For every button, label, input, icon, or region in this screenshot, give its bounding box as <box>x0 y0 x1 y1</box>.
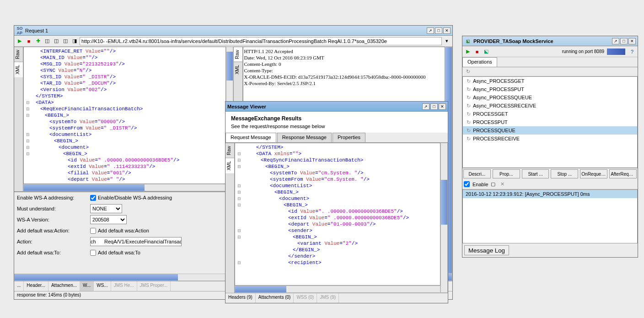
tab-operations[interactable]: Operations <box>462 57 497 67</box>
operation-item[interactable]: ↻PROCESSPUT <box>463 118 637 126</box>
msgviewer-bottom-tab[interactable]: Headers (9) <box>225 293 256 303</box>
operation-item[interactable]: ↻Async_PROCESSQUEUE <box>463 93 637 102</box>
mv-vtab-xml[interactable]: XML <box>225 158 234 173</box>
progress-bar <box>607 49 625 55</box>
mock-action-button[interactable]: Stop ... <box>551 169 578 178</box>
msgviewer-tab[interactable]: Response Message <box>277 133 332 142</box>
tool-button-1[interactable]: ◫ <box>43 37 51 45</box>
close-icon[interactable]: ✕ <box>443 27 451 34</box>
mv-scrollbar-h[interactable] <box>235 286 440 293</box>
close-icon[interactable]: ✕ <box>439 103 446 110</box>
action-label: Action: <box>17 239 90 244</box>
msgviewer-tab[interactable]: Request Message <box>225 133 276 142</box>
clear-log-icon[interactable]: ▢ <box>489 180 497 189</box>
request-toolbar: ▶ ■ ✚ ◫ ◫ ◫ ◨ http://K10- -EMUL.r2.vtb24… <box>14 36 452 47</box>
operation-item[interactable]: ↻Async_PROCESSGET <box>463 77 637 85</box>
form-scrollbar[interactable] <box>14 274 233 281</box>
request-titlebar[interactable]: SOAP Request 1 ↗ □ ✕ <box>14 26 452 36</box>
mock-status: running on port 8089 <box>562 49 604 54</box>
request-vtabs: Raw XML <box>14 47 23 191</box>
message-viewer-window: Message Viewer ↗ □ ✕ MessageExchange Res… <box>225 101 448 303</box>
settings-icon[interactable]: ✕ <box>498 180 506 189</box>
must-understand-label: Must understand: <box>17 206 90 211</box>
msgviewer-vtabs: Raw XML <box>225 143 235 293</box>
enable-log-label: Enable <box>472 182 488 187</box>
msgviewer-xml-pane[interactable]: </SYSTEM>⊟<DATA xmlns="">⊟<ReqSyncFinanc… <box>235 143 440 286</box>
bottom-tab[interactable]: JMS Proper... <box>137 281 171 291</box>
bottom-tab[interactable]: JMS He... <box>111 281 137 291</box>
msgviewer-titlebar[interactable]: Message Viewer ↗ □ ✕ <box>225 102 448 112</box>
url-input[interactable]: http://K10- -EMUL.r2.vtb24.ru:8001/soa-i… <box>80 37 442 45</box>
bottom-tab[interactable]: WS... <box>94 281 111 291</box>
log-list: 2016-10-12 12:23:19.912: [Async_PROCESSP… <box>462 189 638 243</box>
mock-action-button[interactable]: AfterReques... <box>609 169 637 178</box>
maximize-icon[interactable]: □ <box>435 27 442 34</box>
refresh-icon[interactable]: ↻ <box>464 68 472 76</box>
wsa-version-select[interactable]: 200508 <box>90 215 127 224</box>
request-xml-pane[interactable]: <INTERFACE_RET Value=""/><MAIN_ID Value=… <box>23 47 226 184</box>
msgviewer-tab[interactable]: Properties <box>333 133 365 142</box>
mv-vtab-raw[interactable]: Raw <box>225 143 234 158</box>
restore-icon[interactable]: ↗ <box>427 27 434 34</box>
add-action-checkbox[interactable] <box>90 228 96 234</box>
maximize-icon[interactable]: □ <box>620 38 628 44</box>
bottom-tab[interactable]: Header... <box>24 281 48 291</box>
enable-wsa-checkbox[interactable] <box>90 195 96 201</box>
stop-button[interactable]: ■ <box>25 37 33 45</box>
add-to-checkbox[interactable] <box>90 250 96 256</box>
bottom-tab[interactable]: ... <box>14 281 24 291</box>
action-input[interactable] <box>90 237 182 246</box>
operation-item[interactable]: ↻PROCESSGET <box>463 110 637 118</box>
help-icon[interactable]: ? <box>628 48 636 56</box>
mock-toolbar: ▶ ■ ⬕ running on port 8089 ? <box>462 46 638 57</box>
mv-scrollbar-v[interactable] <box>440 143 448 293</box>
enable-wsa-text: Enable/Disable WS-A addressing <box>98 195 172 200</box>
restore-icon[interactable]: ↗ <box>612 38 619 44</box>
operations-list: ↻Async_PROCESSGET↻Async_PROCESSPUT↻Async… <box>462 76 638 168</box>
dropdown-icon[interactable]: ▾ <box>443 37 451 45</box>
log-entry[interactable]: 2016-10-12 12:23:19.912: [Async_PROCESSP… <box>463 190 637 198</box>
tool-button-4[interactable]: ◨ <box>70 37 79 45</box>
log-toolbar: Enable ▢ ✕ <box>462 179 638 189</box>
mock-options-button[interactable]: ⬕ <box>482 48 490 56</box>
wsa-form: Enable WS-A addressing:Enable/Disable WS… <box>14 191 233 274</box>
mock-icon: ⬕ <box>464 38 472 45</box>
mock-run-button[interactable]: ▶ <box>464 48 472 56</box>
restore-icon[interactable]: ↗ <box>422 103 429 110</box>
mock-action-button[interactable]: OnReques... <box>580 169 607 178</box>
run-button[interactable]: ▶ <box>16 37 24 45</box>
mock-stop-button[interactable]: ■ <box>473 48 481 56</box>
add-button[interactable]: ✚ <box>34 37 42 45</box>
must-understand-select[interactable]: NONE <box>90 204 122 213</box>
bottom-tab[interactable]: Attachmen... <box>48 281 80 291</box>
mock-action-button[interactable]: Start ... <box>522 169 549 178</box>
mock-action-button[interactable]: Descri... <box>463 169 491 178</box>
mockservice-window: ⬕ PROVIDER_TASoap MockService ↗ □ ✕ ▶ ■ … <box>462 36 638 258</box>
bottom-tab[interactable]: W... <box>80 281 94 291</box>
msgviewer-heading: MessageExchange Results <box>231 115 442 122</box>
operation-item[interactable]: ↻Async_PROCESSPUT <box>463 85 637 93</box>
msgviewer-bottom-tab[interactable]: WSS (0) <box>294 293 317 303</box>
soap-icon: SOAP <box>16 27 23 34</box>
operation-item[interactable]: ↻Async_PROCESSRECEIVE <box>463 102 637 110</box>
vtab-xml[interactable]: XML <box>14 62 23 77</box>
tool-button-3[interactable]: ◫ <box>61 37 70 45</box>
operation-item[interactable]: ↻PROCESSQUEUE <box>463 126 637 135</box>
mock-action-buttons: Descri...Prop...Start ...Stop ...OnReque… <box>462 168 638 179</box>
add-action-label: Add default wsa:Action: <box>17 228 90 233</box>
operation-item[interactable]: ↻PROCESSRECEIVE <box>463 135 637 143</box>
maximize-icon[interactable]: □ <box>430 103 438 110</box>
message-log-button[interactable]: Message Log <box>464 245 509 255</box>
vtab-xml-resp[interactable]: XML <box>234 62 242 77</box>
enable-log-checkbox[interactable] <box>464 181 470 187</box>
close-icon[interactable]: ✕ <box>628 38 636 44</box>
msgviewer-bottom-tab[interactable]: Attachments (0) <box>256 293 294 303</box>
vtab-raw[interactable]: Raw <box>14 47 23 62</box>
msgviewer-bottom-tab[interactable]: JMS (9) <box>317 293 339 303</box>
vtab-raw-resp[interactable]: Raw <box>234 47 242 62</box>
enable-wsa-label: Enable WS-A addressing: <box>17 195 90 200</box>
tool-button-2[interactable]: ◫ <box>52 37 60 45</box>
scrollbar-h[interactable] <box>23 184 226 191</box>
mock-titlebar[interactable]: ⬕ PROVIDER_TASoap MockService ↗ □ ✕ <box>462 36 638 46</box>
mock-action-button[interactable]: Prop... <box>493 169 520 178</box>
